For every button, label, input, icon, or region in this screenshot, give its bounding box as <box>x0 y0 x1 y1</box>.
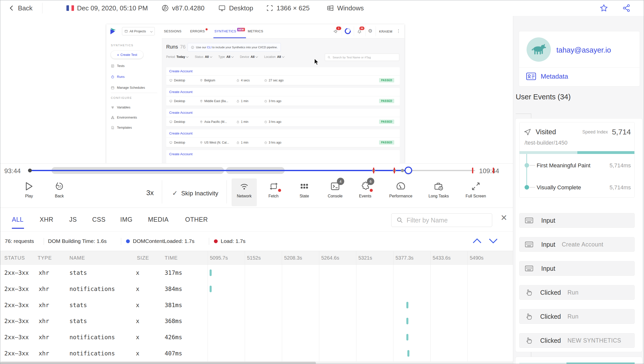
visited-event-card[interactable]: Visited Speed Index 5,714 /test-builder/… <box>519 122 635 198</box>
event-label: Clicked <box>540 313 561 320</box>
network-request-row[interactable]: 2xx–3xxxhrstatsx381ms <box>0 297 513 313</box>
panel-button-performance[interactable]: Performance <box>382 181 420 198</box>
user-event-input[interactable]: InputCreate Account <box>519 237 635 252</box>
error-marker[interactable] <box>373 168 374 173</box>
timeline-start-dot <box>28 169 32 172</box>
horizontal-scrollbar[interactable] <box>0 361 513 364</box>
replay-search-placeholder: Search by Test Name or #Tag <box>333 56 371 59</box>
header-separator <box>365 26 366 36</box>
chevron-down-icon <box>150 30 153 33</box>
panel-button-events[interactable]: 6 Events <box>346 181 384 198</box>
sidebar-section-synthetics: SYNTHETICS <box>111 44 134 47</box>
panel-button-full-screen[interactable]: Full Screen <box>457 181 495 198</box>
waterfall-mark <box>406 318 408 324</box>
network-request-row[interactable]: 2xx–3xxxhrstatsx317ms <box>0 265 513 281</box>
star-icon <box>599 4 608 13</box>
stopwatch-icon <box>236 100 239 103</box>
info-icon <box>191 46 194 49</box>
replay-tab-sessions: SESSIONS <box>164 24 182 38</box>
mouse-cursor <box>314 59 319 65</box>
share-icon <box>622 4 631 13</box>
fetch-alert-dot <box>278 189 281 192</box>
user-event-click[interactable]: ClickedNEW SYNTHETICS <box>519 333 635 348</box>
network-request-row[interactable]: 2xx–3xxxhrstatsx368ms <box>0 313 513 329</box>
filter-by-name-input[interactable]: Filter by Name <box>391 213 492 227</box>
favorite-button[interactable] <box>599 0 608 16</box>
error-marker[interactable] <box>472 168 473 173</box>
replay-sidebar: SYNTHETICS +Create Test Tests Runs Manag… <box>106 38 162 163</box>
session-date: Dec 09, 2020, 05:10 PM <box>77 4 148 12</box>
replay-tab-synthetics: SYNTHETICSNEW <box>214 24 245 38</box>
replay-project-label: All Projects <box>130 29 146 33</box>
cell-status: 2xx–3xx <box>4 313 29 329</box>
monitor-icon <box>169 120 172 123</box>
cell-type: xhr <box>39 345 49 361</box>
svg-text:10: 10 <box>58 185 61 188</box>
replay-app-header: All Projects SESSIONS ERRORS SYNTHETICSN… <box>106 24 404 38</box>
viewport-resolution: 1366 × 625 <box>277 4 310 12</box>
network-request-row[interactable]: 2xx–3xxxhrnotificationsx384ms <box>0 281 513 297</box>
share-button[interactable] <box>622 0 631 16</box>
top-bar: Back Dec 09, 2020, 05:10 PM v87.0.4280 D… <box>0 0 644 16</box>
run-location: Asia Pacific (M... <box>200 120 227 124</box>
skip-inactivity-toggle[interactable]: ✓Skip Inactivity <box>172 189 218 197</box>
user-event-click[interactable]: ClickedRun <box>519 285 635 300</box>
playhead-knob[interactable] <box>405 167 412 174</box>
run-location: Middle East (Ba... <box>200 99 228 103</box>
back-button[interactable]: Back <box>8 0 33 16</box>
clipboard-icon <box>111 64 114 68</box>
user-event-click[interactable]: ClickedRun <box>519 309 635 324</box>
network-tab-img[interactable]: IMG <box>120 208 133 231</box>
metrics-connector-line <box>526 154 527 188</box>
total-time: 109:44 <box>479 167 499 175</box>
user-email-link[interactable]: tahay@asayer.io <box>556 46 611 54</box>
user-event-input[interactable]: Input <box>519 213 635 228</box>
network-request-row[interactable]: 2xx–3xxxhrnotificationsx407ms <box>0 345 513 361</box>
metadata-button[interactable]: Metadata <box>526 72 568 80</box>
sidebar-section-configure: CONFIGURE <box>111 96 132 99</box>
run-duration: 1 min <box>236 141 248 144</box>
scrollbar-thumb[interactable] <box>0 362 316 364</box>
location-pin-icon <box>200 100 203 103</box>
header-separator <box>342 26 342 36</box>
network-tab-other[interactable]: OTHER <box>185 208 208 231</box>
network-request-row[interactable]: 2xx–3xxxhrnotificationsx426ms <box>0 329 513 345</box>
panel-button-long-tasks[interactable]: Long Tasks <box>420 181 458 198</box>
cell-type: xhr <box>39 281 49 297</box>
close-panel-button[interactable]: × <box>501 212 507 223</box>
bell-icon: 33 <box>357 29 362 34</box>
run-duration: 1 min <box>236 120 248 124</box>
run-link: Create Account <box>166 129 400 137</box>
jump-previous-button[interactable] <box>472 237 482 245</box>
card-divider <box>519 67 640 68</box>
run-status-badge: PASSED <box>379 120 394 124</box>
cell-time: 317ms <box>165 265 182 281</box>
back-10s-button[interactable]: 10 Back <box>40 181 78 198</box>
event-label: Clicked <box>540 337 561 344</box>
cell-status: 2xx–3xx <box>4 329 29 345</box>
network-tab-media[interactable]: MEDIA <box>148 208 169 231</box>
cell-time: 381ms <box>165 297 182 313</box>
network-tab-xhr[interactable]: XHR <box>40 208 53 231</box>
network-tab-all[interactable]: ALL <box>12 208 23 231</box>
run-link: Create Account <box>166 67 400 75</box>
events-alert-dot <box>370 189 373 192</box>
event-connector <box>531 352 531 357</box>
user-event-input[interactable]: Input <box>519 261 635 276</box>
jump-next-button[interactable] <box>488 237 498 245</box>
speed-index-bar <box>519 362 635 364</box>
gear-icon: ⚙ <box>368 28 373 34</box>
network-tab-css[interactable]: CSS <box>92 208 106 231</box>
back-label: Back <box>18 4 33 12</box>
filter-period: PeriodToday <box>166 55 188 59</box>
events-list: InputInputCreate AccountInputClickedRunC… <box>515 213 643 348</box>
error-marker[interactable] <box>394 168 395 173</box>
error-marker[interactable] <box>493 168 494 173</box>
errors-dot <box>206 28 208 30</box>
run-ago: 3 hrs ago <box>264 141 281 144</box>
time-tick-label: 5264.6s <box>321 251 339 265</box>
network-tab-js[interactable]: JS <box>69 208 77 231</box>
visited-label: Visited <box>536 128 556 136</box>
timeline-track[interactable] <box>28 164 475 177</box>
speed-button[interactable]: 3x <box>146 189 154 197</box>
